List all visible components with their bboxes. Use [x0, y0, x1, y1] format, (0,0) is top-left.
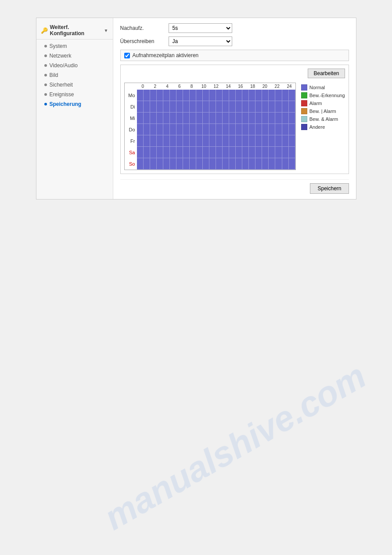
grid-cell[interactable] — [209, 158, 216, 170]
grid-cell[interactable] — [176, 90, 183, 101]
grid-cells-sa[interactable] — [137, 147, 295, 158]
grid-cell[interactable] — [255, 112, 262, 124]
grid-cell[interactable] — [249, 101, 255, 112]
grid-cell[interactable] — [223, 147, 229, 158]
grid-cell[interactable] — [137, 101, 144, 112]
grid-cell[interactable] — [150, 147, 157, 158]
grid-cell[interactable] — [255, 90, 262, 101]
grid-cell[interactable] — [157, 101, 163, 112]
grid-cell[interactable] — [282, 124, 289, 135]
grid-cell[interactable] — [249, 112, 255, 124]
grid-cell[interactable] — [137, 158, 144, 170]
grid-cell[interactable] — [183, 158, 190, 170]
grid-cell[interactable] — [289, 135, 295, 147]
grid-cell[interactable] — [275, 101, 282, 112]
grid-cell[interactable] — [144, 135, 150, 147]
grid-cell[interactable] — [203, 124, 209, 135]
sidebar-item-sicherheit[interactable]: Sicherheit — [36, 80, 113, 90]
grid-cell[interactable] — [157, 158, 163, 170]
grid-cells-do[interactable] — [137, 124, 295, 135]
grid-cells-mi[interactable] — [137, 112, 295, 124]
grid-cell[interactable] — [170, 158, 176, 170]
grid-cell[interactable] — [249, 124, 255, 135]
grid-cell[interactable] — [223, 158, 229, 170]
grid-cell[interactable] — [170, 135, 176, 147]
grid-cell[interactable] — [289, 101, 295, 112]
grid-cell[interactable] — [289, 124, 295, 135]
grid-cell[interactable] — [216, 135, 223, 147]
grid-cell[interactable] — [144, 158, 150, 170]
grid-cell[interactable] — [157, 112, 163, 124]
grid-cell[interactable] — [190, 101, 196, 112]
grid-cell[interactable] — [229, 112, 236, 124]
grid-cell[interactable] — [209, 112, 216, 124]
grid-cell[interactable] — [223, 135, 229, 147]
grid-cell[interactable] — [216, 158, 223, 170]
sidebar-header[interactable]: 🔑 Weiterf. Konfiguration ▼ — [36, 22, 113, 40]
grid-cell[interactable] — [144, 147, 150, 158]
sidebar-item-bild[interactable]: Bild — [36, 70, 113, 80]
sidebar-item-video-audio[interactable]: Video/Audio — [36, 61, 113, 70]
sidebar-item-speicherung[interactable]: Speicherung — [36, 99, 113, 109]
grid-cell[interactable] — [236, 112, 242, 124]
grid-cell[interactable] — [229, 158, 236, 170]
grid-cell[interactable] — [190, 135, 196, 147]
grid-cell[interactable] — [183, 90, 190, 101]
grid-cell[interactable] — [269, 124, 275, 135]
grid-cell[interactable] — [262, 158, 269, 170]
grid-cell[interactable] — [144, 124, 150, 135]
grid-cell[interactable] — [183, 135, 190, 147]
speichern-button[interactable]: Speichern — [310, 183, 349, 194]
grid-cell[interactable] — [170, 90, 176, 101]
grid-cell[interactable] — [190, 112, 196, 124]
grid-cell[interactable] — [176, 147, 183, 158]
grid-cell[interactable] — [236, 135, 242, 147]
grid-cell[interactable] — [289, 112, 295, 124]
grid-cell[interactable] — [183, 124, 190, 135]
grid-cell[interactable] — [255, 135, 262, 147]
grid-cell[interactable] — [144, 90, 150, 101]
grid-cell[interactable] — [282, 158, 289, 170]
grid-cell[interactable] — [242, 147, 249, 158]
grid-cell[interactable] — [236, 90, 242, 101]
grid-cell[interactable] — [150, 90, 157, 101]
nachaufz-select[interactable]: 5s10s15s30s60s — [169, 23, 232, 33]
grid-cell[interactable] — [196, 112, 203, 124]
grid-cell[interactable] — [157, 90, 163, 101]
grid-cell[interactable] — [209, 135, 216, 147]
grid-cell[interactable] — [196, 90, 203, 101]
grid-cell[interactable] — [282, 147, 289, 158]
grid-cell[interactable] — [163, 124, 170, 135]
grid-cell[interactable] — [203, 90, 209, 101]
grid-cell[interactable] — [144, 112, 150, 124]
grid-cell[interactable] — [242, 135, 249, 147]
grid-cell[interactable] — [223, 112, 229, 124]
grid-cell[interactable] — [137, 90, 144, 101]
sidebar-item-ereignisse[interactable]: Ereignisse — [36, 90, 113, 99]
grid-cell[interactable] — [262, 90, 269, 101]
grid-cell[interactable] — [269, 90, 275, 101]
grid-cell[interactable] — [203, 158, 209, 170]
grid-cell[interactable] — [282, 90, 289, 101]
grid-cell[interactable] — [163, 135, 170, 147]
grid-cell[interactable] — [170, 112, 176, 124]
grid-cell[interactable] — [196, 124, 203, 135]
grid-cell[interactable] — [236, 124, 242, 135]
grid-cell[interactable] — [157, 124, 163, 135]
grid-cell[interactable] — [203, 135, 209, 147]
grid-cell[interactable] — [183, 112, 190, 124]
grid-cell[interactable] — [262, 147, 269, 158]
grid-cell[interactable] — [137, 135, 144, 147]
grid-cell[interactable] — [269, 135, 275, 147]
grid-cell[interactable] — [236, 101, 242, 112]
grid-cell[interactable] — [150, 158, 157, 170]
grid-cell[interactable] — [163, 147, 170, 158]
grid-cell[interactable] — [196, 158, 203, 170]
grid-cell[interactable] — [170, 124, 176, 135]
grid-cell[interactable] — [282, 112, 289, 124]
grid-cell[interactable] — [216, 147, 223, 158]
grid-cell[interactable] — [216, 101, 223, 112]
grid-cell[interactable] — [269, 112, 275, 124]
grid-cell[interactable] — [242, 101, 249, 112]
grid-cell[interactable] — [269, 101, 275, 112]
